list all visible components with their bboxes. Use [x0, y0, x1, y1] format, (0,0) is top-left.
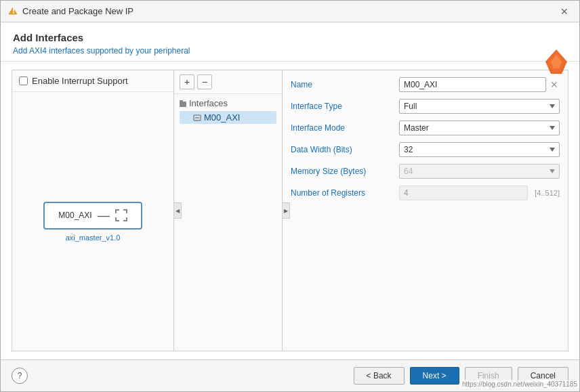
- interface-type-value: Full Lite Stream: [399, 99, 560, 114]
- num-registers-label: Number of Registers: [291, 188, 399, 198]
- right-panel: Name ✕ Interface Type Full Lite Stream: [283, 70, 568, 351]
- num-registers-input: [399, 186, 528, 200]
- name-input[interactable]: [399, 77, 546, 92]
- interface-mode-select[interactable]: Master Slave: [399, 121, 560, 135]
- data-width-label: Data Width (Bits): [291, 145, 399, 154]
- ip-block-name: M00_AXI: [58, 211, 91, 220]
- next-button[interactable]: Next >: [410, 367, 459, 385]
- memory-size-row: Memory Size (Bytes) 64: [291, 164, 560, 179]
- port-dots-icon: [115, 209, 127, 221]
- memory-size-label: Memory Size (Bytes): [291, 167, 399, 176]
- close-button[interactable]: ✕: [556, 5, 573, 18]
- tree-root-item: Interfaces: [180, 98, 276, 108]
- num-registers-hint: [4..512]: [535, 189, 560, 197]
- interface-mode-row: Interface Mode Master Slave: [291, 121, 560, 135]
- name-row: Name ✕: [291, 77, 560, 92]
- svg-rect-5: [180, 102, 186, 107]
- data-width-row: Data Width (Bits) 32 64 128: [291, 142, 560, 157]
- xilinx-logo: [545, 49, 567, 74]
- ip-block: M00_AXI —: [43, 202, 142, 230]
- interface-type-label: Interface Type: [291, 102, 399, 111]
- app-icon: !: [7, 6, 18, 17]
- svg-rect-6: [180, 100, 183, 102]
- interrupt-checkbox[interactable]: [19, 77, 28, 85]
- num-registers-row: Number of Registers [4..512]: [291, 186, 560, 200]
- interface-item-label: M00_AXI: [204, 112, 240, 123]
- watermark: https://blog.csdn.net/weixin_40371185: [460, 380, 579, 389]
- diagram-area: M00_AXI — axi_master_v1.0: [12, 92, 173, 351]
- interfaces-root-label: Interfaces: [189, 98, 228, 108]
- memory-size-select: 64: [399, 164, 560, 179]
- add-interface-button[interactable]: +: [180, 74, 194, 89]
- remove-interface-button[interactable]: −: [197, 74, 212, 89]
- dialog: ! Create and Package New IP ✕ Add Interf…: [0, 0, 580, 392]
- collapse-left-icon[interactable]: ◀: [173, 202, 182, 219]
- page-heading: Add Interfaces: [13, 32, 567, 43]
- data-width-value: 32 64 128: [399, 142, 560, 157]
- name-clear-button[interactable]: ✕: [549, 79, 560, 90]
- interface-item-m00axi[interactable]: M00_AXI: [180, 111, 276, 124]
- logo-area: [545, 49, 567, 76]
- dialog-title: Create and Package New IP: [22, 6, 133, 16]
- dialog-header: Add Interfaces Add AXI4 interfaces suppo…: [1, 22, 579, 62]
- back-button[interactable]: < Back: [354, 367, 405, 385]
- port-dash-icon: —: [98, 209, 110, 223]
- main-content: Enable Interrupt Support M00_AXI — axi_m…: [1, 62, 579, 360]
- num-registers-value: [4..512]: [399, 186, 560, 200]
- memory-size-value: 64: [399, 164, 560, 179]
- ip-label: axi_master_v1.0: [66, 234, 121, 242]
- name-value: ✕: [399, 77, 560, 92]
- collapse-right-icon[interactable]: ▶: [282, 202, 290, 219]
- mid-panel: + − Interfaces M00_AXI: [174, 70, 283, 351]
- page-subtext: Add AXI4 interfaces supported by your pe…: [13, 46, 567, 56]
- interrupt-label: Enable Interrupt Support: [32, 76, 128, 86]
- name-label: Name: [291, 80, 399, 89]
- left-panel: Enable Interrupt Support M00_AXI — axi_m…: [12, 70, 174, 351]
- interrupt-checkbox-row[interactable]: Enable Interrupt Support: [12, 70, 173, 92]
- title-bar-left: ! Create and Package New IP: [7, 6, 133, 17]
- interfaces-folder-icon: [180, 100, 186, 107]
- interface-item-icon: [193, 114, 201, 122]
- interface-mode-label: Interface Mode: [291, 123, 399, 133]
- footer-left: ?: [12, 368, 28, 384]
- title-bar: ! Create and Package New IP ✕: [1, 1, 579, 22]
- interfaces-tree: Interfaces M00_AXI: [174, 94, 282, 351]
- help-button[interactable]: ?: [12, 368, 28, 384]
- mid-toolbar: + −: [174, 70, 282, 94]
- data-width-select[interactable]: 32 64 128: [399, 142, 560, 157]
- interface-type-select[interactable]: Full Lite Stream: [399, 99, 560, 114]
- interface-type-row: Interface Type Full Lite Stream: [291, 99, 560, 114]
- svg-text:!: !: [12, 6, 15, 16]
- interface-mode-value: Master Slave: [399, 121, 560, 135]
